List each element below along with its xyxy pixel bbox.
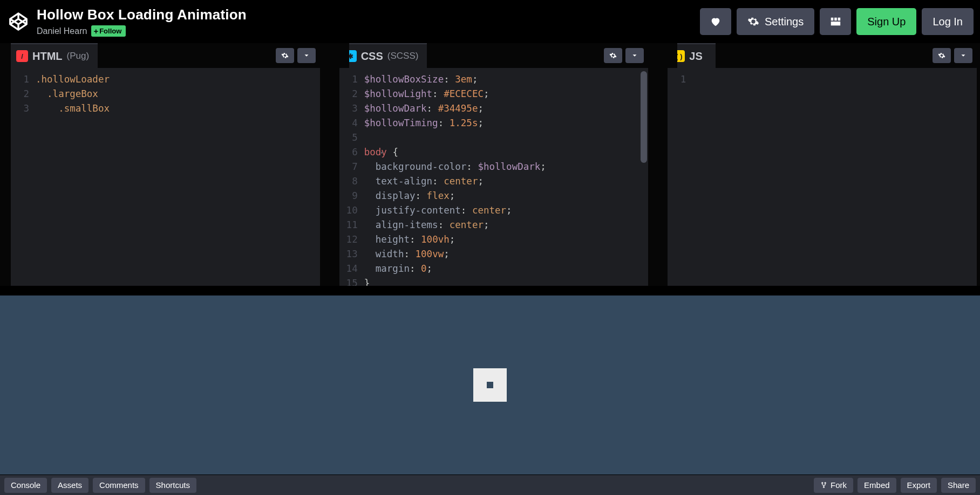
footer-btn-export[interactable]: Export	[901, 478, 937, 493]
footer-btn-shortcuts[interactable]: Shortcuts	[149, 478, 196, 493]
tab-js[interactable]: ( ) JS	[668, 43, 715, 68]
chevron-down-icon	[959, 52, 967, 59]
preview-pane	[0, 286, 980, 475]
gear-icon	[747, 16, 759, 28]
preview-large-box	[473, 368, 507, 402]
tab-css-label: CSS	[361, 50, 383, 63]
footer-btn-share[interactable]: Share	[941, 478, 976, 493]
js-code-area[interactable]: 1	[668, 68, 977, 286]
footer-btn-embed[interactable]: Embed	[858, 478, 896, 493]
preview-small-box	[487, 382, 493, 388]
title-box: Hollow Box Loading Animation Daniel Hear…	[37, 6, 247, 37]
tab-html[interactable]: / HTML (Pug)	[11, 43, 98, 68]
chevron-down-icon	[303, 52, 310, 59]
follow-button[interactable]: + Follow	[91, 25, 126, 37]
gutter: 123	[11, 68, 35, 286]
html-badge-icon: /	[16, 50, 28, 62]
pen-title: Hollow Box Loading Animation	[37, 6, 247, 23]
footer-btn-assets[interactable]: Assets	[51, 478, 89, 493]
css-badge-icon: ✱	[345, 50, 357, 62]
gear-icon	[609, 52, 617, 59]
js-settings-button[interactable]	[933, 48, 951, 63]
chevron-down-icon	[631, 52, 638, 59]
signup-label: Sign Up	[867, 16, 906, 28]
plus-icon: +	[93, 26, 98, 36]
css-expand-button[interactable]	[625, 48, 644, 63]
footer-left: ConsoleAssetsCommentsShortcuts	[4, 478, 196, 493]
code-lines[interactable]: $hollowBoxSize: 3em;$hollowLight: #ECECE…	[363, 68, 546, 286]
scrollbar-thumb[interactable]	[641, 71, 647, 163]
codepen-logo-icon[interactable]	[6, 10, 30, 33]
fork-icon	[820, 482, 827, 489]
css-code-area[interactable]: 123456789101112131415 $hollowBoxSize: 3e…	[339, 68, 649, 286]
login-button[interactable]: Log In	[922, 8, 974, 35]
js-expand-button[interactable]	[954, 48, 972, 63]
css-settings-button[interactable]	[604, 48, 622, 63]
follow-label: Follow	[99, 27, 121, 35]
tab-html-label: HTML	[32, 50, 63, 63]
header-actions: Settings Sign Up Log In	[700, 8, 974, 35]
svg-rect-5	[838, 18, 841, 21]
js-badge-icon: ( )	[673, 50, 685, 62]
view-switch-button[interactable]	[820, 8, 851, 35]
html-code-area[interactable]: 123 .hollowLoader .largeBox .smallBox	[11, 68, 320, 286]
code-lines[interactable]	[691, 68, 698, 286]
love-button[interactable]	[700, 8, 731, 35]
footer-right: ForkEmbedExportShare	[814, 478, 976, 493]
tab-css[interactable]: ✱ CSS (SCSS)	[339, 43, 427, 68]
html-settings-button[interactable]	[276, 48, 294, 63]
footer-btn-console[interactable]: Console	[4, 478, 47, 493]
editor-js: ( ) JS 1	[668, 43, 977, 286]
layout-icon	[829, 16, 841, 28]
svg-rect-4	[834, 18, 837, 21]
gear-icon	[938, 52, 945, 59]
footer-btn-fork[interactable]: Fork	[814, 478, 853, 493]
editor-html: / HTML (Pug) 123 .hollowLoader .largeBox…	[11, 43, 320, 286]
svg-rect-6	[831, 22, 840, 25]
login-label: Log In	[933, 16, 963, 28]
gutter: 123456789101112131415	[339, 68, 363, 286]
tab-js-label: JS	[689, 50, 702, 63]
footer: ConsoleAssetsCommentsShortcuts ForkEmbed…	[0, 475, 980, 495]
editors-row: / HTML (Pug) 123 .hollowLoader .largeBox…	[0, 43, 980, 286]
svg-rect-3	[831, 18, 834, 21]
footer-btn-comments[interactable]: Comments	[93, 478, 145, 493]
tab-html-preproc: (Pug)	[67, 51, 90, 61]
settings-button[interactable]: Settings	[737, 8, 814, 35]
html-expand-button[interactable]	[297, 48, 316, 63]
signup-button[interactable]: Sign Up	[856, 8, 916, 35]
author-name[interactable]: Daniel Hearn	[37, 26, 87, 36]
code-lines[interactable]: .hollowLoader .largeBox .smallBox	[35, 68, 110, 286]
heart-icon	[710, 16, 722, 28]
tab-css-preproc: (SCSS)	[387, 51, 419, 61]
editor-css: ✱ CSS (SCSS) 123456789101112131415 $holl…	[339, 43, 649, 286]
gear-icon	[281, 52, 289, 59]
header: Hollow Box Loading Animation Daniel Hear…	[0, 0, 980, 43]
gutter: 1	[668, 68, 691, 286]
settings-label: Settings	[765, 16, 804, 28]
